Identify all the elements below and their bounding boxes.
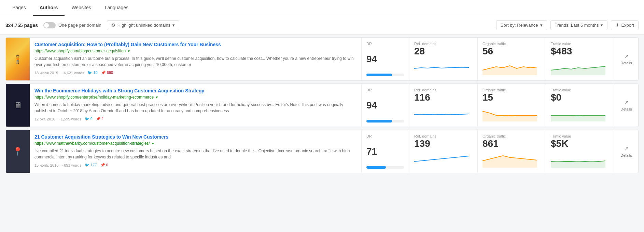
details-cell[interactable]: ↗ Details <box>614 130 638 173</box>
dr-bar <box>366 74 392 76</box>
details-label: Details <box>620 107 632 111</box>
traffic-value-chart <box>551 58 609 76</box>
card-title[interactable]: Customer Acquisition: How to (Profitably… <box>34 42 356 47</box>
dr-bar-wrap <box>366 166 404 169</box>
traffic-value-value: $0 <box>551 93 609 102</box>
tab-pages[interactable]: Pages <box>5 0 33 16</box>
url-text: https://www.shopify.com/blog/customer-ac… <box>34 49 126 53</box>
highlight-icon: ⚙ <box>111 23 115 28</box>
ref-domains-chart <box>414 151 473 169</box>
tab-languages[interactable]: Languages <box>98 0 135 16</box>
card-meta: 15 нояб. 2016 · 891 words 🐦 177 📌 0 <box>34 163 356 167</box>
thumb-icon: 📍 <box>6 130 30 173</box>
card-words: · 891 words <box>62 163 81 167</box>
dr-cell: DR 94 <box>362 84 409 127</box>
organic-traffic-value: 56 <box>482 47 541 56</box>
traffic-value-cell: Traffic value $5K <box>546 130 614 173</box>
export-label: Export <box>621 23 634 28</box>
card-date: 12 окт. 2018 <box>34 117 55 121</box>
dr-value: 94 <box>366 54 404 64</box>
ref-domains-cell: Ref. domains 28 <box>409 38 478 80</box>
ref-domains-value: 139 <box>414 139 473 149</box>
dr-value: 71 <box>366 147 404 156</box>
organic-traffic-chart <box>482 58 541 76</box>
one-page-toggle[interactable] <box>43 22 56 28</box>
thumb-icon: 🖥 <box>6 84 30 127</box>
card-title[interactable]: Win the Ecommerce Holidays with a Strong… <box>34 88 356 93</box>
organic-traffic-cell: Organic traffic 861 <box>478 130 546 173</box>
sort-button[interactable]: Sort by: Relevance ▾ <box>496 20 547 30</box>
organic-traffic-cell: Organic traffic 56 <box>478 38 546 80</box>
traffic-value-label: Traffic value <box>551 42 609 46</box>
details-label: Details <box>620 153 632 157</box>
ref-domains-label: Ref. domains <box>414 88 473 92</box>
card-main: Customer Acquisition: How to (Profitably… <box>30 38 362 80</box>
dr-cell: DR 94 <box>362 38 409 80</box>
traffic-value-chart <box>551 104 609 123</box>
card-title[interactable]: 21 Customer Acquisition Strategies to Wi… <box>34 134 356 140</box>
organic-traffic-chart <box>482 104 541 123</box>
dr-bar-wrap <box>366 74 404 76</box>
url-arrow-icon: ▼ <box>155 95 158 99</box>
card-url[interactable]: https://www.shopify.com/enterprise/holid… <box>34 95 356 100</box>
card-meta: 12 окт. 2018 · 1,595 words 🐦 9 📌 1 <box>34 117 356 121</box>
card-url[interactable]: https://www.shopify.com/blog/customer-ac… <box>34 49 356 53</box>
details-icon: ↗ <box>624 99 629 106</box>
url-arrow-icon: ▼ <box>127 49 130 53</box>
url-text: https://www.matthewbarby.com/customer-ac… <box>34 141 150 146</box>
card-url[interactable]: https://www.matthewbarby.com/customer-ac… <box>34 141 356 146</box>
toggle-wrap: One page per domain <box>43 22 101 28</box>
card-meta: 18 июля 2019 · 4,621 words 🐦 10 📌 690 <box>34 70 356 75</box>
export-button[interactable]: ⬇ Export <box>611 20 639 30</box>
dr-cell: DR 71 <box>362 130 409 173</box>
traffic-value-value: $5K <box>551 139 609 149</box>
pin-count: 📌 1 <box>96 117 104 121</box>
card-thumbnail: 🖥 <box>6 84 30 127</box>
svg-marker-3 <box>551 115 605 121</box>
card-date: 15 нояб. 2016 <box>34 163 58 167</box>
organic-traffic-cell: Organic traffic 15 <box>478 84 546 127</box>
card-words: · 4,621 words <box>61 71 84 75</box>
trends-button[interactable]: Trends: Last 6 months ▾ <box>550 20 608 30</box>
traffic-value-value: $483 <box>551 47 609 56</box>
export-icon: ⬇ <box>615 23 619 28</box>
organic-traffic-value: 861 <box>482 139 541 149</box>
dr-value: 94 <box>366 101 404 110</box>
details-cell[interactable]: ↗ Details <box>614 38 638 80</box>
highlight-btn[interactable]: ⚙ Highlight unlinked domains ▾ <box>107 20 179 30</box>
ref-domains-label: Ref. domains <box>414 42 473 46</box>
tab-websites[interactable]: Websites <box>65 0 98 16</box>
details-icon: ↗ <box>624 53 629 60</box>
twitter-count: 🐦 9 <box>85 117 93 121</box>
ref-domains-cell: Ref. domains 139 <box>409 130 478 173</box>
traffic-value-label: Traffic value <box>551 134 609 138</box>
ref-domains-chart <box>414 58 473 76</box>
highlight-label: Highlight unlinked domains <box>117 23 170 28</box>
ref-domains-label: Ref. domains <box>414 134 473 138</box>
card-thumbnail: 🧍 <box>6 38 30 80</box>
result-card: 🧍 Customer Acquisition: How to (Profitab… <box>5 37 639 81</box>
dr-bar <box>366 166 386 169</box>
trends-chevron-icon: ▾ <box>601 23 603 28</box>
chevron-down-icon: ▾ <box>172 23 175 28</box>
card-words: · 1,595 words <box>59 117 81 121</box>
results-list: 🧍 Customer Acquisition: How to (Profitab… <box>0 35 644 179</box>
toggle-label: One page per domain <box>58 23 101 28</box>
details-label: Details <box>620 61 632 65</box>
details-icon: ↗ <box>624 145 629 152</box>
svg-marker-2 <box>482 111 537 121</box>
card-description: I've compiled 21 individual strategies t… <box>34 148 356 160</box>
organic-traffic-label: Organic traffic <box>482 42 541 46</box>
page-count: 324,755 pages <box>5 23 38 28</box>
dr-label: DR <box>366 88 404 92</box>
organic-traffic-value: 15 <box>482 93 541 102</box>
dr-label: DR <box>366 134 404 138</box>
details-cell[interactable]: ↗ Details <box>614 84 638 127</box>
tab-authors[interactable]: Authors <box>33 0 65 16</box>
organic-traffic-label: Organic traffic <box>482 88 541 92</box>
trends-label: Trends: Last 6 months <box>555 23 599 28</box>
ref-domains-value: 116 <box>414 93 473 102</box>
dr-label: DR <box>366 42 404 46</box>
ref-domains-cell: Ref. domains 116 <box>409 84 478 127</box>
traffic-value-cell: Traffic value $483 <box>546 38 614 80</box>
